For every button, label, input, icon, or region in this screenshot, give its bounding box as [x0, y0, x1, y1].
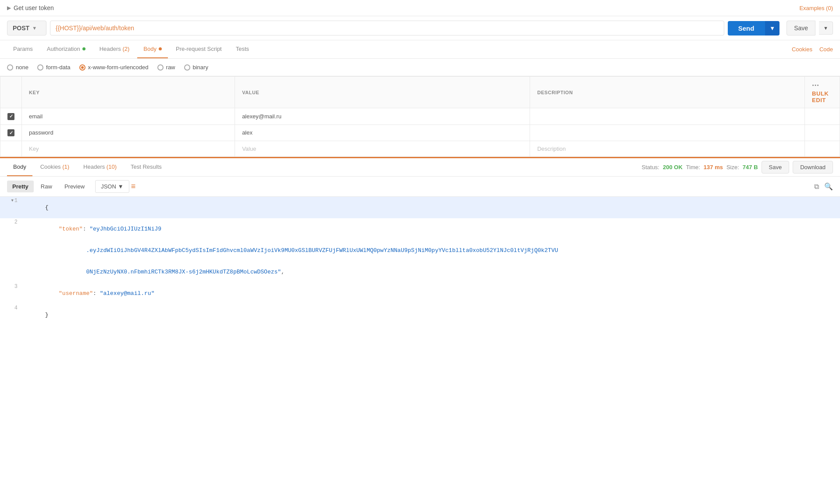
url-input[interactable]	[50, 21, 724, 35]
format-type-label: JSON	[101, 183, 116, 190]
table-row: ✓ password alex	[0, 124, 840, 141]
response-tab-headers[interactable]: Headers (10)	[77, 158, 123, 176]
key-placeholder[interactable]: Key	[22, 141, 235, 157]
response-tab-headers-label: Headers (10)	[83, 163, 117, 170]
collapse-arrow-icon: ▶	[7, 5, 11, 11]
code-content-2b: .eyJzdWIiOiJhbGV4R4ZXlAbWFpbC5ydSIsImF1d…	[21, 240, 840, 261]
checkbox-cell-password[interactable]: ✓	[0, 124, 22, 141]
format-raw-label: Raw	[41, 183, 52, 190]
radio-urlencoded[interactable]: x-www-form-urlencoded	[79, 64, 149, 71]
request-tabs: Params Authorization Headers (2) Body Pr…	[0, 40, 840, 59]
method-select[interactable]: POST ▼	[7, 21, 46, 35]
description-cell-email[interactable]	[530, 108, 805, 125]
tab-right-links: Cookies Code	[792, 41, 833, 58]
code-line-4: 4 }	[0, 304, 840, 326]
response-tab-cookies[interactable]: Cookies (1)	[34, 158, 75, 176]
body-type-row: none form-data x-www-form-urlencoded raw…	[0, 59, 840, 76]
description-placeholder[interactable]: Description	[530, 141, 805, 157]
checkbox-email[interactable]: ✓	[7, 113, 14, 120]
code-line-3: 3 "username": "alexey@mail.ru"	[0, 283, 840, 304]
format-tab-pretty[interactable]: Pretty	[7, 181, 34, 192]
line-num-4: 4	[0, 304, 21, 312]
response-download-button[interactable]: Download	[793, 161, 833, 174]
radio-urlencoded-circle	[79, 64, 85, 71]
save-button[interactable]: Save	[787, 21, 815, 35]
size-label: Size:	[726, 164, 739, 170]
radio-binary[interactable]: binary	[184, 64, 208, 71]
key-cell-password[interactable]: password	[22, 124, 235, 141]
wrap-icon[interactable]: ≡	[131, 182, 136, 191]
actions-cell-password	[805, 124, 840, 141]
tab-headers[interactable]: Headers (2)	[93, 40, 136, 58]
tab-body[interactable]: Body	[137, 40, 168, 58]
format-type-select[interactable]: JSON ▼	[95, 180, 129, 193]
table-row: ✓ email alexey@mail.ru	[0, 108, 840, 125]
line-num-2c	[0, 261, 21, 263]
time-value: 137 ms	[704, 164, 723, 170]
radio-raw-label: raw	[166, 64, 175, 71]
tab-params-label: Params	[13, 46, 33, 52]
json-string-token-end: 0NjEzNzUyNX0.nFbmhiRCTk3RM8JX-s6j2mHKUkd…	[86, 269, 281, 275]
radio-raw-circle	[157, 64, 164, 71]
size-value: 747 B	[743, 164, 758, 170]
value-cell-email[interactable]: alexey@mail.ru	[235, 108, 530, 125]
json-string-token-start: "eyJhbGciOiJIUzI1NiJ9	[89, 226, 161, 232]
json-key-token: "token"	[59, 226, 83, 232]
format-tab-preview[interactable]: Preview	[59, 181, 90, 192]
description-cell-password[interactable]	[530, 124, 805, 141]
copy-icon[interactable]: ⧉	[814, 183, 819, 191]
radio-none-label: none	[16, 64, 28, 71]
radio-urlencoded-label: x-www-form-urlencoded	[88, 64, 149, 71]
code-line-2: 2 "token": "eyJhbGciOiJIUzI1NiJ9	[0, 218, 840, 240]
cookies-link[interactable]: Cookies	[792, 41, 812, 58]
params-table: KEY VALUE DESCRIPTION ··· Bulk Edit ✓ em…	[0, 76, 840, 157]
tab-params[interactable]: Params	[7, 40, 39, 58]
send-button[interactable]: Send	[728, 21, 765, 35]
format-tab-raw[interactable]: Raw	[36, 181, 57, 192]
json-string-token-mid: .eyJzdWIiOiJhbGV4R4ZXlAbWFpbC5ydSIsImF1d…	[86, 247, 558, 254]
checkbox-cell-email[interactable]: ✓	[0, 108, 22, 125]
code-line-2c: 0NjEzNzUyNX0.nFbmhiRCTk3RM8JX-s6j2mHKUkd…	[0, 261, 840, 283]
code-content-3: "username": "alexey@mail.ru"	[21, 283, 840, 304]
response-tab-test-results-label: Test Results	[131, 163, 162, 170]
line-arrow-icon: ▼	[11, 199, 13, 203]
th-description: DESCRIPTION	[530, 77, 805, 108]
bulk-edit-button[interactable]: Bulk Edit	[812, 90, 829, 103]
radio-form-data-label: form-data	[46, 64, 71, 71]
get-user-token[interactable]: ▶ Get user token	[7, 4, 54, 11]
tab-authorization[interactable]: Authorization	[41, 40, 92, 58]
examples-link[interactable]: Examples (0)	[799, 5, 833, 11]
radio-binary-circle	[184, 64, 190, 71]
json-brace-open: {	[45, 204, 49, 211]
tab-pre-request[interactable]: Pre-request Script	[170, 40, 228, 58]
save-dropdown-button[interactable]: ▼	[819, 21, 833, 35]
search-icon[interactable]: 🔍	[824, 182, 833, 191]
body-dot	[159, 47, 162, 50]
radio-raw[interactable]: raw	[157, 64, 175, 71]
value-cell-password[interactable]: alex	[235, 124, 530, 141]
radio-form-data[interactable]: form-data	[37, 64, 71, 71]
check-icon: ✓	[9, 130, 13, 136]
more-options-icon[interactable]: ···	[812, 81, 819, 90]
code-link[interactable]: Code	[819, 41, 833, 58]
send-btn-group: Send ▼	[728, 21, 780, 35]
tab-tests[interactable]: Tests	[230, 40, 255, 58]
key-cell-email[interactable]: email	[22, 108, 235, 125]
line-num-3: 3	[0, 283, 21, 291]
code-line-2b: .eyJzdWIiOiJhbGV4R4ZXlAbWFpbC5ydSIsImF1d…	[0, 240, 840, 261]
json-key-username: "username"	[59, 290, 93, 297]
radio-none[interactable]: none	[7, 64, 28, 71]
line-num-1: ▼ 1	[0, 197, 21, 205]
response-tab-body[interactable]: Body	[7, 158, 32, 176]
value-placeholder[interactable]: Value	[235, 141, 530, 157]
request-title: Get user token	[14, 4, 54, 11]
code-area: ▼ 1 { 2 "token": "eyJhbGciOiJIUzI1NiJ9 .…	[0, 197, 840, 326]
method-chevron-icon: ▼	[32, 25, 37, 31]
checkbox-password[interactable]: ✓	[7, 129, 14, 136]
response-tab-test-results[interactable]: Test Results	[125, 158, 168, 176]
th-checkbox	[0, 77, 22, 108]
send-dropdown-button[interactable]: ▼	[765, 21, 779, 35]
tab-pre-request-label: Pre-request Script	[176, 46, 222, 52]
response-save-button[interactable]: Save	[762, 161, 790, 174]
format-preview-label: Preview	[64, 183, 85, 190]
